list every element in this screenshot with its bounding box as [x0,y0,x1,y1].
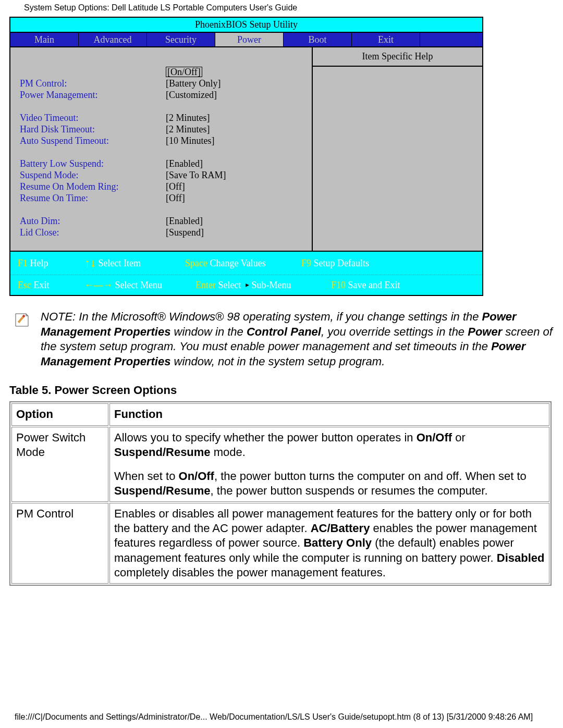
opt-name: PM Control [11,503,108,584]
tab-spacer [420,33,482,47]
triangle-right-icon: ▸ [246,280,249,290]
svg-marker-1 [26,314,28,316]
help-title: Item Specific Help [313,47,482,67]
tab-power[interactable]: Power [215,33,284,47]
option-value: [2 Minutes] [166,124,312,135]
key-space: Space [185,257,207,269]
bios-options: Power Switch Mode:[On/Off]PM Control:[Ba… [10,47,313,251]
option-label: Power Management: [20,89,166,101]
pencil-note-icon [15,313,32,330]
opt-name: Power Switch Mode [11,427,108,502]
key-esc: Esc [18,279,31,291]
option-label: Video Timeout: [20,112,166,124]
option-label: Suspend Mode: [20,169,166,181]
arrow-up-down-icon: ↑↓ [84,256,96,270]
option-value: [Enabled] [166,158,312,169]
tab-main[interactable]: Main [10,33,79,47]
option-label: Resume On Modem Ring: [20,181,166,192]
key-f9: F9 [301,257,311,269]
option-label: Lid Close: [20,227,166,238]
option-label: Hard Disk Timeout: [20,124,166,135]
option-label: Auto Suspend Timeout: [20,135,166,146]
bios-option-row[interactable]: Resume On Modem Ring:[Off] [10,181,312,192]
act-setup-defaults: Setup Defaults [314,257,369,269]
option-value: [Off] [166,192,312,204]
key-enter: Enter [195,279,216,291]
option-value: [Battery Only] [166,78,312,89]
bios-title: PhoenixBIOS Setup Utility [10,18,482,33]
bios-screenshot: PhoenixBIOS Setup Utility Main Advanced … [9,17,483,296]
option-value: [On/Off] [166,66,312,78]
col-function: Function [109,403,549,425]
bios-tabs: Main Advanced Security Power Boot Exit [10,33,482,48]
note-text: NOTE: In the Microsoft® Windows® 98 oper… [41,310,554,369]
option-value: [Enabled] [166,215,312,227]
act-select-menu: Select Menu [115,279,162,291]
note: NOTE: In the Microsoft® Windows® 98 oper… [15,310,554,369]
option-value: [Off] [166,181,312,192]
table-row: Power Switch Mode Allows you to specify … [11,427,549,502]
option-value: [2 Minutes] [166,112,312,124]
option-value: [Suspend] [166,227,312,238]
act-select: Select [218,279,241,291]
page-footer: file:///C|/Documents and Settings/Admini… [15,712,548,722]
bios-option-row[interactable]: Suspend Mode:[Save To RAM] [10,169,312,181]
option-label: Power Switch Mode: [20,66,166,78]
bios-key-legend: F1 Help ↑↓ Select Item Space Change Valu… [10,251,482,295]
act-submenu: Sub-Menu [251,279,291,291]
bios-option-row[interactable]: Resume On Time:[Off] [10,192,312,204]
bios-option-row[interactable]: Video Timeout:[2 Minutes] [10,112,312,124]
bios-option-row[interactable]: Power Management:[Customized] [10,89,312,101]
bios-option-row[interactable]: Lid Close:[Suspend] [10,227,312,238]
option-label: Auto Dim: [20,215,166,227]
tab-exit[interactable]: Exit [352,33,420,47]
tab-boot[interactable]: Boot [284,33,352,47]
bios-option-row[interactable]: PM Control:[Battery Only] [10,78,312,89]
option-value: [10 Minutes] [166,135,312,146]
bios-option-row[interactable]: Hard Disk Timeout:[2 Minutes] [10,124,312,135]
bios-option-row[interactable]: Auto Suspend Timeout:[10 Minutes] [10,135,312,146]
bios-help: Item Specific Help [313,47,482,251]
bios-option-row[interactable]: Battery Low Suspend:[Enabled] [10,158,312,169]
opt-desc: Allows you to specify whether the power … [109,427,549,502]
option-label: PM Control: [20,78,166,89]
footer-path: file:///C|/Documents and Settings/Admini… [15,712,533,722]
tab-security[interactable]: Security [147,33,215,47]
act-save-exit: Save and Exit [348,279,400,291]
option-label: Battery Low Suspend: [20,158,166,169]
act-exit: Exit [34,279,50,291]
table-title: Table 5. Power Screen Options [9,384,554,397]
tab-advanced[interactable]: Advanced [79,33,147,47]
bios-option-row[interactable]: Power Switch Mode:[On/Off] [10,66,312,78]
page-header: System Setup Options: Dell Latitude LS P… [24,3,554,13]
bios-option-row[interactable]: Auto Dim:[Enabled] [10,215,312,227]
act-help: Help [30,257,48,269]
option-value: [Customized] [166,89,312,101]
option-value: [Save To RAM] [166,169,312,181]
col-option: Option [11,403,108,425]
table-row: PM Control Enables or disables all power… [11,503,549,584]
arrow-left-right-icon: ←—→ [84,279,113,291]
option-label: Resume On Time: [20,192,166,204]
options-table: Option Function Power Switch Mode Allows… [9,401,552,586]
key-f10: F10 [331,279,346,291]
key-f1: F1 [18,257,28,269]
act-select-item: Select Item [99,257,141,269]
act-change-values: Change Values [210,257,265,269]
opt-desc: Enables or disables all power management… [109,503,549,584]
